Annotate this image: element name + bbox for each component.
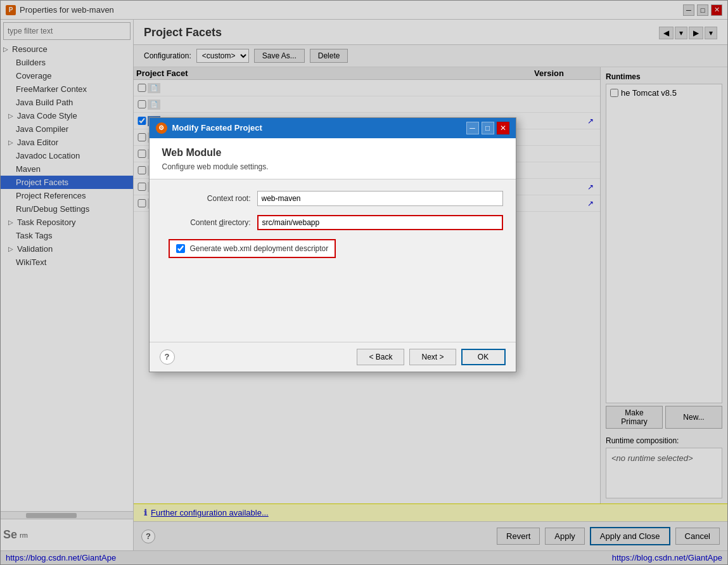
- modal-title-left: ⚙ Modify Faceted Project: [156, 122, 262, 134]
- checkbox-label: Generate web.xml deployment descriptor: [190, 244, 329, 253]
- context-root-label: Context root:: [162, 194, 251, 203]
- generate-xml-checkbox[interactable]: [176, 244, 185, 253]
- modal-maximize-button[interactable]: □: [482, 122, 494, 134]
- modal-spacer: [162, 267, 503, 330]
- checkbox-section: Generate web.xml deployment descriptor: [169, 239, 503, 258]
- modal-header-section: Web Module Configure web module settings…: [150, 138, 516, 179]
- content-dir-row: Content directory:: [162, 215, 503, 230]
- modal-controls: ─ □ ✕: [466, 122, 509, 134]
- modal-overlay: ⚙ Modify Faceted Project ─ □ ✕ Web Modul…: [0, 0, 728, 565]
- modal-title-bar: ⚙ Modify Faceted Project ─ □ ✕: [150, 118, 516, 138]
- context-root-input[interactable]: [257, 191, 503, 206]
- content-dir-input[interactable]: [257, 215, 503, 230]
- modal-app-icon: ⚙: [156, 122, 167, 134]
- ok-button[interactable]: OK: [461, 349, 506, 365]
- modal-help-button[interactable]: ?: [160, 349, 175, 365]
- next-button[interactable]: Next >: [409, 349, 456, 365]
- context-root-row: Context root:: [162, 191, 503, 206]
- modal-minimize-button[interactable]: ─: [466, 122, 479, 134]
- generate-xml-checkbox-row[interactable]: Generate web.xml deployment descriptor: [169, 239, 336, 258]
- back-button[interactable]: < Back: [357, 349, 404, 365]
- modal-body: Context root: Content directory: Generat…: [150, 179, 516, 342]
- modal-footer-buttons: < Back Next > OK: [357, 349, 505, 365]
- modal-footer: ? < Back Next > OK: [150, 342, 516, 372]
- modal-section-desc: Configure web module settings.: [162, 162, 503, 171]
- modal-dialog: ⚙ Modify Faceted Project ─ □ ✕ Web Modul…: [149, 117, 516, 372]
- modal-section-title: Web Module: [162, 147, 503, 159]
- modal-close-button[interactable]: ✕: [497, 122, 509, 134]
- modal-title: Modify Faceted Project: [172, 123, 262, 133]
- content-dir-label: Content directory:: [162, 218, 251, 227]
